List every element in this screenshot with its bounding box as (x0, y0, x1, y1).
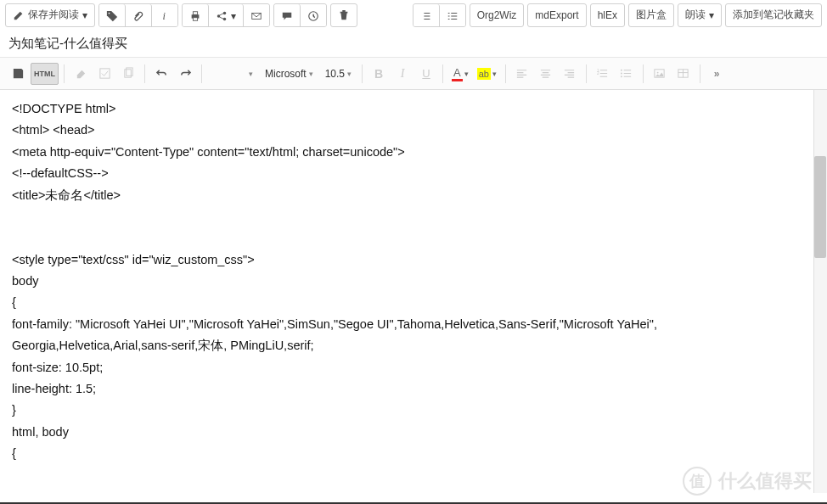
list-indent-icon (447, 10, 459, 22)
italic-button[interactable]: I (391, 63, 414, 85)
envelope-icon (250, 10, 262, 22)
tag-icon (106, 10, 118, 22)
chevron-down-icon: ▾ (231, 10, 236, 22)
save-button[interactable] (7, 63, 29, 85)
checkbox-button[interactable] (93, 63, 115, 85)
undo-icon (155, 67, 168, 80)
redo-icon (179, 67, 192, 80)
clear-format-button[interactable] (70, 63, 92, 85)
scrollbar-track[interactable] (813, 90, 827, 493)
chevron-down-icon: ▾ (492, 70, 497, 78)
chevron-down-icon: ▾ (309, 70, 313, 78)
separator (505, 64, 506, 83)
info-icon: i (159, 10, 171, 22)
redo-button[interactable] (174, 63, 196, 85)
content-line: font-size: 10.5pt; (12, 357, 815, 378)
image-icon (653, 67, 666, 80)
attachment-button[interactable] (126, 4, 152, 27)
trash-icon (338, 9, 350, 21)
content-line: body (12, 271, 815, 292)
plugin-imgbox-button[interactable]: 图片盒 (628, 3, 674, 27)
more-button[interactable]: » (706, 63, 728, 85)
eraser-icon (75, 67, 87, 80)
add-to-favorites-button[interactable]: 添加到笔记收藏夹 (725, 3, 822, 27)
highlight-button[interactable]: ab▾ (474, 63, 500, 85)
align-right-button[interactable] (559, 63, 581, 85)
underline-button[interactable]: U (415, 63, 437, 85)
align-left-button[interactable] (511, 63, 533, 85)
delete-button[interactable] (330, 3, 357, 27)
content-line: { (12, 443, 815, 464)
font-family-dropdown[interactable]: Microsoft▾ (260, 63, 318, 85)
ordered-list-button[interactable]: 12 (592, 63, 614, 85)
history-button[interactable] (301, 4, 326, 27)
content-line: { (12, 292, 815, 313)
svg-point-16 (621, 73, 622, 75)
read-aloud-label: 朗读 (685, 8, 706, 22)
info-button[interactable]: i (152, 4, 177, 27)
attach-group: i (98, 3, 178, 27)
svg-point-0 (109, 12, 110, 14)
indent-list-button[interactable] (440, 4, 465, 27)
print-icon (189, 10, 201, 22)
undo-button[interactable] (150, 63, 172, 85)
svg-point-17 (621, 76, 622, 77)
plugin-mdexport-button[interactable]: mdExport (527, 3, 586, 27)
chevron-down-icon: ▾ (249, 70, 253, 78)
share-button[interactable]: ▾ (209, 4, 244, 27)
align-left-icon (515, 67, 528, 80)
content-line (12, 227, 815, 249)
content-line: <title>未命名</title> (12, 185, 815, 206)
content-line: <!DOCTYPE html> (12, 98, 815, 120)
copy-button[interactable] (117, 63, 139, 85)
plugin-org2wiz-button[interactable]: Org2Wiz (470, 3, 525, 27)
separator (144, 64, 145, 83)
paperclip-icon (132, 10, 144, 22)
plugin-hlex-button[interactable]: hlEx (590, 3, 625, 27)
paragraph-style-dropdown[interactable]: ▾ (207, 63, 258, 85)
content-line: Georgia,Helvetica,Arial,sans-serif,宋体, P… (12, 335, 815, 356)
content-line: line-height: 1.5; (12, 378, 815, 400)
table-button[interactable] (672, 63, 695, 85)
content-line: html, body (12, 422, 815, 443)
chevron-down-icon: ▾ (347, 70, 352, 78)
content-line: <meta http-equiv="Content-Type" content=… (12, 142, 815, 163)
email-button[interactable] (244, 4, 269, 27)
document-title[interactable]: 为知笔记-什么值得买 (0, 31, 827, 58)
image-button[interactable] (649, 63, 671, 85)
svg-rect-10 (99, 69, 109, 78)
unordered-list-icon (620, 67, 633, 80)
svg-point-15 (621, 70, 622, 71)
unordered-list-button[interactable] (616, 63, 638, 85)
html-mode-button[interactable]: HTML (31, 63, 59, 85)
read-aloud-button[interactable]: 朗读▾ (678, 3, 722, 27)
list-group (413, 3, 466, 27)
font-size-dropdown[interactable]: 10.5▾ (320, 63, 357, 85)
scrollbar-thumb[interactable] (814, 156, 826, 258)
separator (442, 64, 443, 83)
svg-text:i: i (162, 10, 166, 22)
svg-rect-3 (193, 11, 197, 14)
outdent-list-button[interactable] (414, 4, 440, 27)
font-color-button[interactable]: A▾ (448, 63, 472, 85)
content-line (12, 206, 815, 227)
comment-button[interactable] (274, 4, 301, 27)
align-center-button[interactable] (535, 63, 557, 85)
chevron-down-icon: ▾ (464, 70, 469, 78)
bold-button[interactable]: B (368, 63, 390, 85)
share-icon (216, 10, 228, 22)
save-and-read-button[interactable]: 保存并阅读 ▾ (5, 3, 95, 27)
content-line: font-family: "Microsoft YaHei UI","Micro… (12, 314, 815, 335)
list-outdent-icon (420, 10, 432, 22)
editor-content[interactable]: <!DOCTYPE html><html> <head><meta http-e… (0, 90, 827, 493)
table-icon (677, 67, 689, 80)
floppy-icon (12, 67, 25, 80)
content-line: <html> <head> (12, 120, 815, 141)
tag-button[interactable] (99, 4, 126, 27)
chevron-down-icon: ▾ (709, 9, 714, 21)
comment-icon (281, 10, 293, 22)
print-button[interactable] (183, 4, 209, 27)
editor-toolbar: HTML ▾ Microsoft▾ 10.5▾ B I U A▾ ab▾ 12 … (0, 58, 827, 90)
separator (201, 64, 202, 83)
ordered-list-icon: 12 (596, 67, 609, 80)
